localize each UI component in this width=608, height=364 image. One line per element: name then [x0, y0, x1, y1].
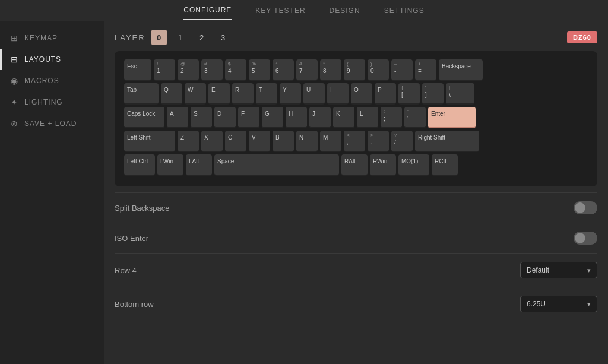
key-4[interactable]: $ 4 — [225, 59, 246, 81]
key-slash[interactable]: ? / — [391, 131, 413, 152]
row4-dropdown[interactable]: Default ▾ — [520, 262, 597, 278]
key-n[interactable]: N — [296, 131, 318, 152]
layer-3-button[interactable]: 3 — [216, 30, 231, 45]
key-j[interactable]: J — [309, 107, 331, 128]
key-7[interactable]: & 7 — [296, 59, 318, 81]
key-0[interactable]: ) 0 — [368, 59, 389, 81]
key-w[interactable]: W — [185, 83, 206, 105]
key-rwin[interactable]: RWin — [370, 154, 396, 176]
row4-dropdown-value: Default — [527, 266, 549, 274]
key-e[interactable]: E — [208, 83, 230, 105]
content-area: LAYER 0 1 2 3 DZ60 Esc ! 1 @ — [104, 21, 608, 364]
option-iso-enter: ISO Enter — [115, 223, 597, 253]
key-i[interactable]: I — [327, 83, 349, 105]
key-enter[interactable]: Enter — [428, 107, 476, 128]
nav-settings[interactable]: SETTINGS — [384, 2, 425, 20]
key-6[interactable]: ^ 6 — [273, 59, 294, 81]
key-p[interactable]: P — [375, 83, 396, 105]
key-3[interactable]: # 3 — [201, 59, 223, 81]
key-8[interactable]: * 8 — [320, 59, 341, 81]
key-lalt[interactable]: LAlt — [186, 154, 212, 176]
sidebar-item-keymap[interactable]: ⊞ KEYMAP — [0, 27, 104, 49]
key-9[interactable]: ( 9 — [344, 59, 365, 81]
bottom-row-dropdown[interactable]: 6.25U ▾ — [520, 296, 597, 312]
key-x[interactable]: X — [201, 131, 223, 152]
keyboard-row-3: Caps Lock A S D F G H J K L : ; " ' — [124, 107, 588, 128]
keyboard-row-5: Left Ctrl LWin LAlt Space RAlt — [124, 154, 588, 176]
sidebar-item-macros[interactable]: ◉ MACROS — [0, 70, 104, 91]
key-rshift[interactable]: Right Shift — [415, 131, 479, 152]
key-g[interactable]: G — [262, 107, 283, 128]
nav-design[interactable]: DESIGN — [330, 2, 360, 20]
bottom-row-dropdown-value: 6.25U — [527, 300, 546, 308]
sidebar-item-layouts[interactable]: ⊟ LAYOUTS — [0, 49, 104, 70]
key-u[interactable]: U — [303, 83, 325, 105]
key-semicolon[interactable]: : ; — [381, 107, 402, 128]
key-esc[interactable]: Esc — [124, 59, 151, 81]
sidebar-item-lighting[interactable]: ✦ LIGHTING — [0, 91, 104, 113]
key-5[interactable]: % 5 — [249, 59, 270, 81]
key-d[interactable]: D — [214, 107, 236, 128]
key-h[interactable]: H — [286, 107, 307, 128]
key-space[interactable]: Space — [214, 154, 339, 176]
iso-enter-toggle[interactable] — [574, 232, 597, 245]
nav-key-tester[interactable]: KEY TESTER — [255, 2, 305, 20]
key-lbracket[interactable]: { [ — [398, 83, 420, 105]
key-ralt[interactable]: RAlt — [341, 154, 368, 176]
key-period[interactable]: > . — [368, 131, 389, 152]
layouts-icon: ⊟ — [11, 55, 18, 64]
key-mo1[interactable]: MO(1) — [398, 154, 429, 176]
header-row: LAYER 0 1 2 3 DZ60 — [104, 21, 608, 51]
option-split-backspace: Split Backspace — [115, 192, 597, 223]
key-o[interactable]: O — [351, 83, 372, 105]
save-icon: ⊚ — [11, 119, 18, 128]
key-1[interactable]: ! 1 — [154, 59, 175, 81]
nav-configure[interactable]: CONFIGURE — [183, 1, 232, 20]
key-lctrl[interactable]: Left Ctrl — [124, 154, 155, 176]
split-backspace-toggle[interactable] — [574, 201, 597, 214]
key-rctl[interactable]: RCtl — [432, 154, 458, 176]
grid-icon: ⊞ — [11, 33, 18, 43]
key-comma[interactable]: < , — [344, 131, 365, 152]
key-2[interactable]: @ 2 — [178, 59, 199, 81]
main-layout: ⊞ KEYMAP ⊟ LAYOUTS ◉ MACROS ✦ LIGHTING ⊚… — [0, 21, 608, 364]
key-c[interactable]: C — [225, 131, 246, 152]
sidebar-label-save-load: SAVE + LOAD — [24, 119, 77, 128]
option-iso-enter-label: ISO Enter — [115, 234, 148, 243]
sidebar-label-layouts: LAYOUTS — [24, 55, 61, 64]
key-s[interactable]: S — [191, 107, 212, 128]
key-lshift[interactable]: Left Shift — [124, 131, 175, 152]
key-f[interactable]: F — [238, 107, 259, 128]
key-minus[interactable]: – - — [391, 59, 413, 81]
key-z[interactable]: Z — [178, 131, 199, 152]
key-y[interactable]: Y — [280, 83, 301, 105]
key-a[interactable]: A — [167, 107, 188, 128]
layer-0-button[interactable]: 0 — [151, 30, 167, 45]
macros-icon: ◉ — [11, 76, 18, 86]
key-capslock[interactable]: Caps Lock — [124, 107, 164, 128]
sidebar-item-save-load[interactable]: ⊚ SAVE + LOAD — [0, 113, 104, 134]
key-tab[interactable]: Tab — [124, 83, 159, 105]
key-v[interactable]: V — [249, 131, 270, 152]
layer-1-button[interactable]: 1 — [173, 30, 188, 45]
sidebar-label-lighting: LIGHTING — [24, 98, 63, 106]
key-equals[interactable]: + = — [415, 59, 436, 81]
key-b[interactable]: B — [273, 131, 294, 152]
keyboard-container: Esc ! 1 @ 2 # 3 $ 4 — [115, 51, 597, 186]
key-quote[interactable]: " ' — [404, 107, 426, 128]
key-t[interactable]: T — [256, 83, 277, 105]
key-backspace[interactable]: Backspace — [439, 59, 483, 81]
key-k[interactable]: K — [333, 107, 354, 128]
key-m[interactable]: M — [320, 131, 341, 152]
key-l[interactable]: L — [357, 107, 378, 128]
key-lwin[interactable]: LWin — [157, 154, 183, 176]
layer-2-button[interactable]: 2 — [194, 30, 210, 45]
key-r[interactable]: R — [232, 83, 254, 105]
key-backslash[interactable]: | \ — [446, 83, 474, 105]
key-rbracket[interactable]: } ] — [422, 83, 444, 105]
keyboard-row-1: Esc ! 1 @ 2 # 3 $ 4 — [124, 59, 588, 81]
device-badge: DZ60 — [567, 31, 597, 43]
bottom-row-chevron-icon: ▾ — [587, 300, 591, 308]
key-q[interactable]: Q — [161, 83, 182, 105]
layer-section: LAYER 0 1 2 3 — [115, 30, 231, 45]
